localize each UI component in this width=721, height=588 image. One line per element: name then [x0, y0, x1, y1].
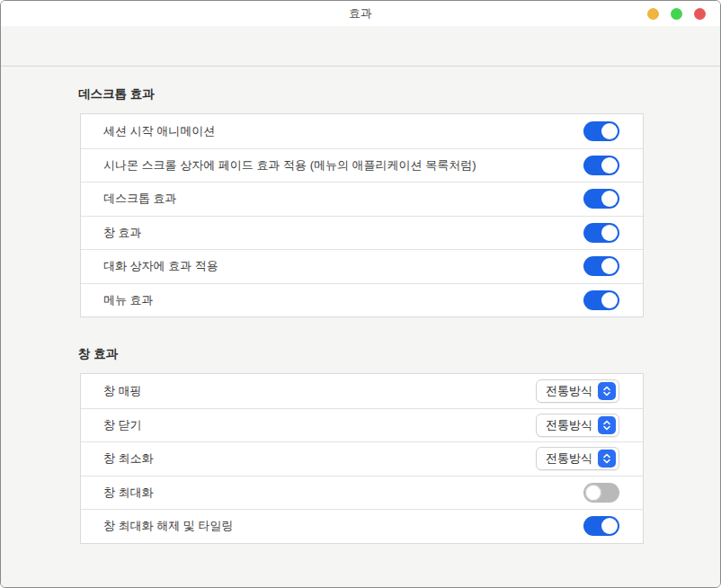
row-label: 창 닫기 — [103, 417, 142, 433]
toggle-knob — [585, 485, 601, 501]
row-label: 창 최대화 해제 및 타일링 — [103, 518, 233, 534]
desktop-effects-toggle[interactable] — [583, 189, 619, 209]
toggle-knob — [601, 518, 618, 534]
minimize-button[interactable] — [647, 8, 659, 20]
window-effects-box: 창 매핑 전통방식 창 닫기 전통방식 창 최소화 — [80, 373, 644, 544]
row-label: 시나몬 스크롤 상자에 페이드 효과 적용 (메뉴의 애플리케이션 목록처럼) — [103, 157, 476, 174]
titlebar: 효과 — [1, 1, 720, 26]
row-window-unmaximize-tiling: 창 최대화 해제 및 타일링 — [81, 509, 643, 543]
toggle-knob — [601, 191, 618, 207]
section-heading-window-effects: 창 효과 — [78, 347, 720, 361]
toggle-knob — [601, 123, 618, 139]
window-close-select[interactable]: 전통방식 — [536, 414, 619, 437]
row-label: 데스크톱 효과 — [103, 191, 177, 207]
menu-effects-toggle[interactable] — [583, 290, 619, 310]
select-stepper-icon — [598, 416, 616, 434]
section-heading-desktop-effects: 데스크톱 효과 — [78, 87, 720, 102]
window-maximize-toggle[interactable] — [583, 483, 619, 503]
select-value: 전통방식 — [546, 417, 592, 433]
row-label: 메뉴 효과 — [103, 292, 154, 308]
select-stepper-icon — [598, 382, 616, 400]
row-window-minimize: 창 최소화 전통방식 — [81, 441, 643, 476]
row-label: 세션 시작 애니메이션 — [103, 123, 215, 139]
window-unmaximize-tiling-toggle[interactable] — [583, 516, 619, 536]
row-label: 창 최소화 — [103, 450, 154, 467]
select-value: 전통방식 — [546, 383, 592, 399]
scrollbox-fade-toggle[interactable] — [583, 156, 619, 175]
row-label: 창 최대화 — [103, 485, 154, 501]
desktop-effects-box: 세션 시작 애니메이션 시나몬 스크롤 상자에 페이드 효과 적용 (메뉴의 애… — [80, 113, 644, 317]
toolbar-strip — [1, 26, 720, 67]
row-window-mapping: 창 매핑 전통방식 — [81, 374, 643, 408]
close-button[interactable] — [694, 8, 706, 20]
row-label: 대화 상자에 효과 적용 — [103, 258, 218, 274]
select-stepper-icon — [598, 450, 616, 468]
row-label: 창 효과 — [103, 225, 142, 241]
row-scrollbox-fade: 시나몬 스크롤 상자에 페이드 효과 적용 (메뉴의 애플리케이션 목록처럼) — [81, 148, 643, 183]
row-label: 창 매핑 — [103, 383, 142, 399]
window-effects-toggle[interactable] — [583, 223, 619, 243]
row-window-effects: 창 효과 — [81, 216, 643, 250]
dialog-effects-toggle[interactable] — [583, 256, 619, 276]
toggle-knob — [601, 157, 618, 174]
window-mapping-select[interactable]: 전통방식 — [536, 379, 619, 403]
row-startup-animation: 세션 시작 애니메이션 — [81, 114, 643, 148]
toggle-knob — [601, 292, 618, 308]
settings-content: 데스크톱 효과 세션 시작 애니메이션 시나몬 스크롤 상자에 페이드 효과 적… — [1, 67, 720, 587]
window-minimize-select[interactable]: 전통방식 — [536, 447, 619, 470]
row-dialog-effects: 대화 상자에 효과 적용 — [81, 249, 643, 283]
row-window-close: 창 닫기 전통방식 — [81, 408, 643, 442]
toggle-knob — [601, 258, 618, 274]
effects-settings-window: 효과 데스크톱 효과 세션 시작 애니메이션 시나몬 스크롤 상자에 페이드 효… — [0, 0, 721, 588]
maximize-button[interactable] — [671, 8, 682, 20]
row-menu-effects: 메뉴 효과 — [81, 283, 643, 317]
startup-animation-toggle[interactable] — [583, 121, 619, 141]
row-desktop-effects: 데스크톱 효과 — [81, 182, 643, 216]
toggle-knob — [601, 225, 618, 241]
window-controls — [647, 1, 706, 26]
select-value: 전통방식 — [546, 450, 592, 467]
window-title: 효과 — [349, 5, 372, 22]
row-window-maximize: 창 최대화 — [81, 476, 643, 510]
